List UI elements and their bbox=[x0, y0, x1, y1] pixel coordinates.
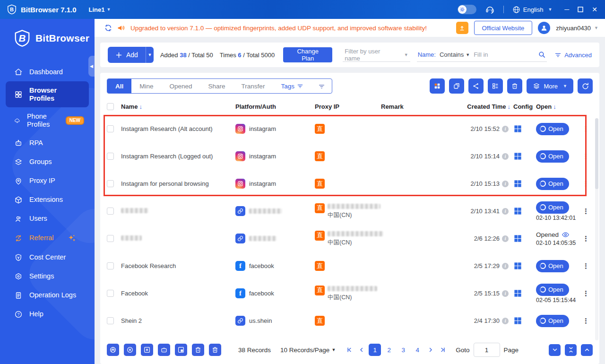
sort-desc-icon[interactable]: ↓ bbox=[508, 103, 511, 110]
sidebar-item-settings[interactable]: Settings bbox=[6, 267, 89, 286]
first-page-button[interactable] bbox=[344, 344, 354, 355]
contains-select[interactable]: Contains▼ bbox=[440, 51, 470, 58]
per-page-select[interactable]: 10 Records/Page▼ bbox=[280, 347, 336, 354]
username-menu[interactable]: zhiyuan0430▼ bbox=[556, 25, 598, 32]
open-button[interactable]: Open bbox=[536, 260, 569, 272]
scrollbar-thumb[interactable] bbox=[595, 118, 598, 189]
advanced-filter-button[interactable]: Advanced bbox=[554, 52, 592, 59]
tab-all[interactable]: All bbox=[107, 78, 131, 94]
eye-icon[interactable] bbox=[562, 231, 570, 239]
info-icon[interactable]: i bbox=[502, 153, 509, 160]
table-row[interactable]: 直中国(CN) 2/10 13:41i Open02-10 13:42:01 ⋮ bbox=[107, 199, 593, 224]
row-menu-button[interactable]: ⋮ bbox=[579, 152, 593, 161]
add-dropdown-button[interactable]: ▼ bbox=[146, 47, 154, 63]
refresh-button[interactable] bbox=[578, 78, 593, 94]
delete-button[interactable] bbox=[209, 344, 221, 356]
table-row[interactable]: Instagram Research (Alt account) instagr… bbox=[107, 116, 593, 141]
sync-icon[interactable] bbox=[104, 24, 112, 32]
row-checkbox[interactable] bbox=[107, 262, 114, 269]
search-icon[interactable] bbox=[538, 51, 546, 59]
table-scrollbar[interactable] bbox=[595, 118, 598, 340]
page-1-button[interactable]: 1 bbox=[369, 344, 381, 356]
row-checkbox[interactable] bbox=[107, 180, 114, 187]
row-menu-button[interactable]: ⋮ bbox=[579, 125, 593, 133]
table-row[interactable]: Facebook ffacebook 直中国(CN) 2/5 15:15i Op… bbox=[107, 281, 593, 306]
window-arrange-button[interactable] bbox=[175, 344, 187, 356]
close-button[interactable]: ✕ bbox=[592, 6, 597, 13]
sidebar-item-dashboard[interactable]: Dashboard bbox=[6, 62, 89, 81]
open-button[interactable]: Open bbox=[536, 201, 569, 214]
line-selector[interactable]: Line1▼ bbox=[89, 6, 111, 13]
sidebar-item-groups[interactable]: Groups bbox=[6, 153, 89, 172]
change-plan-button[interactable]: Change Plan bbox=[283, 47, 332, 62]
sidebar-item-operation-logs[interactable]: Operation Logs bbox=[6, 286, 89, 305]
prev-page-button[interactable] bbox=[356, 344, 367, 355]
last-page-button[interactable] bbox=[438, 344, 448, 355]
info-icon[interactable]: i bbox=[502, 208, 509, 215]
open-button[interactable]: Open bbox=[536, 123, 569, 135]
tab-transfer[interactable]: Transfer bbox=[233, 78, 273, 94]
open-all-browsers-button[interactable] bbox=[107, 344, 119, 356]
row-checkbox[interactable] bbox=[107, 153, 114, 160]
select-all-checkbox[interactable] bbox=[107, 103, 114, 110]
clear-cache-button[interactable]: A bbox=[192, 344, 204, 356]
table-row[interactable]: Shein 2 us.shein 直 2/4 17:30i Open ⋮ bbox=[107, 308, 593, 333]
page-2-button[interactable]: 2 bbox=[383, 344, 395, 356]
info-icon[interactable]: i bbox=[502, 126, 509, 132]
more-button[interactable]: More▼ bbox=[527, 78, 573, 94]
sort-filter-button[interactable] bbox=[311, 78, 332, 94]
open-button[interactable]: Open bbox=[536, 150, 569, 163]
row-menu-button[interactable]: ⋮ bbox=[579, 289, 593, 298]
tab-opened[interactable]: Opened bbox=[162, 78, 200, 94]
tab-mine[interactable]: Mine bbox=[131, 78, 161, 94]
sidebar-item-extensions[interactable]: Extensions bbox=[6, 191, 89, 209]
sidebar-item-referral[interactable]: ¥ Referral bbox=[6, 228, 89, 248]
user-filter-select[interactable]: Filter by user name▼ bbox=[343, 48, 410, 62]
table-row[interactable]: Instagram Research (Logged out) instagra… bbox=[107, 144, 593, 169]
next-page-button[interactable] bbox=[425, 344, 436, 355]
avatar[interactable] bbox=[538, 22, 550, 34]
goto-page-input[interactable] bbox=[474, 343, 500, 357]
row-checkbox[interactable] bbox=[107, 125, 114, 132]
minimize-button[interactable]: ─ bbox=[564, 6, 569, 13]
scroll-down-button[interactable] bbox=[549, 344, 561, 356]
row-menu-button[interactable]: ⋮ bbox=[579, 262, 593, 270]
sidebar-item-users[interactable]: Users bbox=[6, 209, 89, 228]
clone-window-button[interactable] bbox=[449, 78, 464, 94]
info-icon[interactable]: i bbox=[502, 235, 509, 242]
close-all-browsers-button[interactable] bbox=[124, 344, 136, 356]
layout-grid-button[interactable] bbox=[430, 78, 445, 94]
sidebar-item-phone-profiles[interactable]: Phone Profiles NEW bbox=[6, 107, 89, 133]
table-row[interactable]: Instagram for personal browsing instagra… bbox=[107, 171, 593, 196]
page-4-button[interactable]: 4 bbox=[411, 344, 424, 356]
table-row[interactable]: 直中国(CN) 2/6 12:26i Opened02-10 14:05:35 … bbox=[107, 226, 593, 251]
sidebar-item-cost-center[interactable]: Cost Center bbox=[6, 248, 89, 267]
info-icon[interactable]: i bbox=[502, 318, 509, 324]
support-headset-icon[interactable] bbox=[485, 5, 495, 15]
row-menu-button[interactable]: ⋮ bbox=[579, 180, 593, 188]
row-checkbox[interactable] bbox=[107, 290, 114, 297]
row-checkbox[interactable] bbox=[107, 208, 114, 215]
page-3-button[interactable]: 3 bbox=[397, 344, 409, 356]
tab-tags[interactable]: Tags bbox=[273, 78, 311, 94]
sidebar-collapse-button[interactable]: ◀ bbox=[88, 56, 95, 77]
add-profile-button[interactable]: Add ▼ bbox=[108, 47, 154, 63]
batch-delete-button[interactable]: A bbox=[507, 78, 522, 94]
sort-desc-icon[interactable]: ↓ bbox=[139, 103, 142, 110]
sort-desc-icon[interactable]: ↓ bbox=[553, 103, 556, 110]
row-checkbox[interactable] bbox=[107, 235, 114, 242]
tab-share[interactable]: Share bbox=[200, 78, 233, 94]
sidebar-item-proxy-ip[interactable]: Proxy IP bbox=[6, 172, 89, 191]
row-checkbox[interactable] bbox=[107, 317, 114, 324]
upload-button[interactable] bbox=[456, 22, 468, 34]
row-menu-button[interactable]: ⋮ bbox=[579, 234, 593, 243]
table-row[interactable]: Facebook Research ffacebook 直 2/5 17:29i… bbox=[107, 253, 593, 278]
row-menu-button[interactable]: ⋮ bbox=[579, 317, 593, 325]
row-menu-button[interactable]: ⋮ bbox=[579, 207, 593, 216]
rpa-robot-button[interactable] bbox=[158, 344, 170, 356]
official-website-button[interactable]: Official Website bbox=[474, 21, 533, 35]
open-button[interactable]: Open bbox=[536, 284, 569, 296]
open-button[interactable]: Open bbox=[536, 178, 569, 190]
collapse-rows-button[interactable] bbox=[565, 344, 577, 356]
sidebar-item-help[interactable]: ? Help bbox=[6, 305, 89, 324]
